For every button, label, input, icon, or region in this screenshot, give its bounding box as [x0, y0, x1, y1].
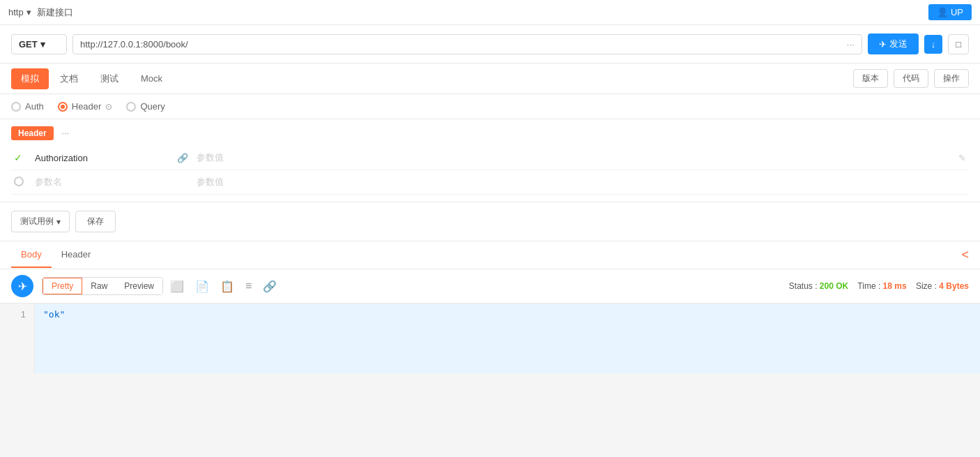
edit-icon[interactable]: ✎ — [958, 153, 966, 163]
param-value-placeholder[interactable]: 参数值 — [197, 177, 224, 187]
code-area: 1 "ok" — [0, 304, 980, 373]
save-doc-icon: □ — [956, 39, 961, 50]
protocol-select[interactable]: http ▾ — [8, 7, 31, 17]
tool-icon-2[interactable]: 📄 — [191, 277, 213, 296]
param-name: Authorization — [35, 153, 88, 163]
send-circle-icon: ✈ — [18, 280, 27, 293]
query-label: Query — [140, 101, 164, 112]
time-label: Time : — [857, 281, 880, 291]
save-button[interactable]: 保存 — [75, 211, 116, 232]
status-label: Status : — [789, 281, 818, 291]
tab-body-label: Body — [21, 249, 42, 260]
format-raw-button[interactable]: Raw — [82, 278, 116, 294]
header-more-icon[interactable]: ··· — [61, 128, 69, 138]
header-label: Header — [72, 101, 102, 112]
tab-docs-label: 文档 — [60, 73, 78, 84]
user-label: UP — [951, 7, 963, 17]
tab-test-label: 测试 — [100, 73, 118, 84]
param-table: ✓ Authorization 🔗 参数值 ✎ — [11, 146, 969, 195]
send-label: 发送 — [889, 38, 908, 50]
tab-header-label: Header — [61, 249, 91, 260]
param-value[interactable]: 参数值 — [197, 152, 224, 163]
tool-icon-5[interactable]: 🔗 — [259, 277, 281, 296]
code-button[interactable]: 代码 — [894, 69, 928, 88]
protocol-arrow: ▾ — [26, 7, 31, 17]
version-button[interactable]: 版本 — [853, 69, 888, 88]
send-button[interactable]: ✈ 发送 — [868, 33, 919, 54]
header-badge: Header — [11, 126, 54, 140]
save-doc-button[interactable]: □ — [948, 34, 969, 54]
test-example-label: 测试用例 — [20, 216, 54, 227]
method-select[interactable]: GET ▾ — [11, 34, 67, 54]
tab-docs[interactable]: 文档 — [49, 64, 89, 93]
params-bar: Auth Header ⊙ Query — [0, 94, 980, 119]
user-area[interactable]: 👤 UP — [928, 4, 972, 20]
line-number-1: 1 — [8, 309, 26, 320]
line-numbers: 1 — [0, 304, 35, 373]
collapse-button[interactable]: < — [961, 248, 969, 262]
url-input-wrapper[interactable]: http://127.0.0.1:8000/book/ ··· — [72, 34, 862, 54]
size-value: 4 Bytes — [939, 281, 969, 291]
test-example-button[interactable]: 测试用例 ▾ — [11, 211, 70, 232]
query-param[interactable]: Query — [126, 101, 164, 112]
user-icon: 👤 — [937, 7, 948, 17]
auth-radio[interactable] — [11, 102, 21, 112]
send-icon: ✈ — [879, 39, 887, 50]
shield-icon: ⊙ — [105, 102, 112, 112]
code-content: "ok" — [35, 304, 980, 373]
tab-bar: 模拟 文档 测试 Mock 版本 代码 操作 — [0, 63, 980, 94]
format-pretty-button[interactable]: Pretty — [43, 278, 82, 294]
tab-body[interactable]: Body — [11, 242, 52, 268]
test-arrow-icon: ▾ — [56, 217, 61, 227]
url-bar: GET ▾ http://127.0.0.1:8000/book/ ··· ✈ … — [0, 25, 980, 63]
url-options-icon[interactable]: ··· — [847, 39, 855, 50]
tab-simulate-label: 模拟 — [21, 73, 39, 84]
top-bar: http ▾ 新建接口 👤 UP — [0, 0, 980, 25]
format-button-group: Pretty Raw Preview — [42, 277, 163, 295]
tool-icon-3[interactable]: 📋 — [216, 277, 238, 296]
auth-param[interactable]: Auth — [11, 101, 44, 112]
status-value: 200 OK — [820, 281, 848, 291]
url-value: http://127.0.0.1:8000/book/ — [80, 39, 188, 50]
table-row: ✓ Authorization 🔗 参数值 ✎ — [11, 146, 969, 170]
status-info: Status : 200 OK Time : 18 ms Size : 4 By… — [789, 281, 969, 291]
method-arrow: ▾ — [40, 39, 45, 50]
header-radio[interactable] — [58, 102, 68, 112]
header-param[interactable]: Header ⊙ — [58, 101, 113, 112]
tab-bar-right: 版本 代码 操作 — [853, 69, 969, 88]
query-radio[interactable] — [126, 102, 136, 112]
auth-label: Auth — [25, 101, 44, 112]
table-row: 参数名 参数值 — [11, 170, 969, 195]
page-title: 新建接口 — [37, 6, 928, 19]
size-label: Size : — [916, 281, 937, 291]
link-icon: 🔗 — [177, 153, 188, 163]
download-icon: ↓ — [931, 39, 936, 50]
tab-test[interactable]: 测试 — [89, 64, 130, 93]
response-toolbar: ✈ Pretty Raw Preview ⬜ 📄 📋 ≡ 🔗 Status : … — [0, 269, 980, 304]
format-preview-button[interactable]: Preview — [116, 278, 162, 294]
tab-mock-label: Mock — [141, 73, 162, 84]
param-name-placeholder[interactable]: 参数名 — [35, 177, 62, 187]
protocol-label: http — [8, 7, 24, 17]
row-check-icon[interactable]: ✓ — [14, 152, 22, 163]
response-tabs: Body Header < — [0, 241, 980, 269]
tab-simulate[interactable]: 模拟 — [11, 68, 49, 89]
header-section: Header ··· ✓ Authorization 🔗 参数值 ✎ — [0, 119, 980, 202]
row2-check[interactable] — [14, 177, 24, 186]
download-button[interactable]: ↓ — [924, 35, 943, 54]
collapse-icon: < — [961, 248, 969, 262]
time-value: 18 ms — [883, 281, 907, 291]
tool-icon-4[interactable]: ≡ — [241, 277, 256, 295]
tab-mock[interactable]: Mock — [130, 65, 174, 92]
tool-icon-1[interactable]: ⬜ — [166, 277, 188, 296]
method-label: GET — [19, 39, 38, 50]
response-send-icon[interactable]: ✈ — [11, 275, 33, 297]
tab-header[interactable]: Header — [52, 242, 101, 268]
ops-button[interactable]: 操作 — [934, 69, 969, 88]
action-row: 测试用例 ▾ 保存 — [0, 202, 980, 241]
code-line-1: "ok" — [43, 309, 65, 320]
